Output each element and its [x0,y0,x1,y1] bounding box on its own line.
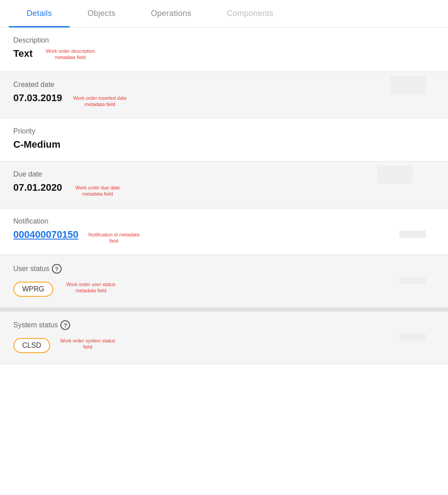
section-user-status: User status ? WPRG Work order user statu… [0,255,448,308]
tab-operations[interactable]: Operations [133,0,209,27]
due-date-value: 07.01.2020 [13,182,62,193]
system-status-badge: CLSD [13,338,50,353]
user-status-badge: WPRG [13,282,53,297]
description-meta: Work order description metadata field [42,48,99,61]
description-value: Text [13,48,33,59]
user-status-label: User status [13,265,49,273]
section-description: Description Text Work order description … [0,28,448,72]
notification-highlight [399,231,426,238]
tab-details[interactable]: Details [9,0,70,27]
created-date-value: 07.03.2019 [13,92,62,104]
due-date-meta: Work order due date metadata field [71,185,124,197]
notification-value[interactable]: 000400070150 [13,229,79,240]
tab-bar: Details Objects Operations Components [0,0,448,28]
priority-label: Priority [13,127,435,135]
notification-label: Notification [13,217,435,225]
section-due-date: Due date 07.01.2020 Work order due date … [0,161,448,208]
system-status-help-icon[interactable]: ? [60,320,70,330]
description-label: Description [13,36,435,44]
due-date-label: Due date [13,170,435,178]
tab-components[interactable]: Components [209,0,291,27]
user-status-highlight [399,277,426,284]
system-status-highlight [399,334,426,341]
created-date-meta: Work order inserted date metadata field [71,95,129,108]
user-status-help-icon[interactable]: ? [52,264,62,274]
tab-objects[interactable]: Objects [70,0,133,27]
system-status-label: System status [13,321,58,329]
user-status-meta: Work order user status metadata field [62,281,120,294]
section-system-status: System status ? CLSD Work order system s… [0,308,448,364]
notification-meta: Notification id metadata field [87,232,141,244]
section-priority: Priority C-Medium [0,118,448,161]
system-status-meta: Work order system status field [59,338,117,350]
section-notification: Notification 000400070150 Notification i… [0,208,448,255]
section-created-date: Created date 07.03.2019 Work order inser… [0,72,448,119]
due-date-highlight [377,166,413,184]
priority-value: C-Medium [13,139,435,150]
created-date-label: Created date [13,81,435,89]
created-date-highlight [390,76,426,94]
